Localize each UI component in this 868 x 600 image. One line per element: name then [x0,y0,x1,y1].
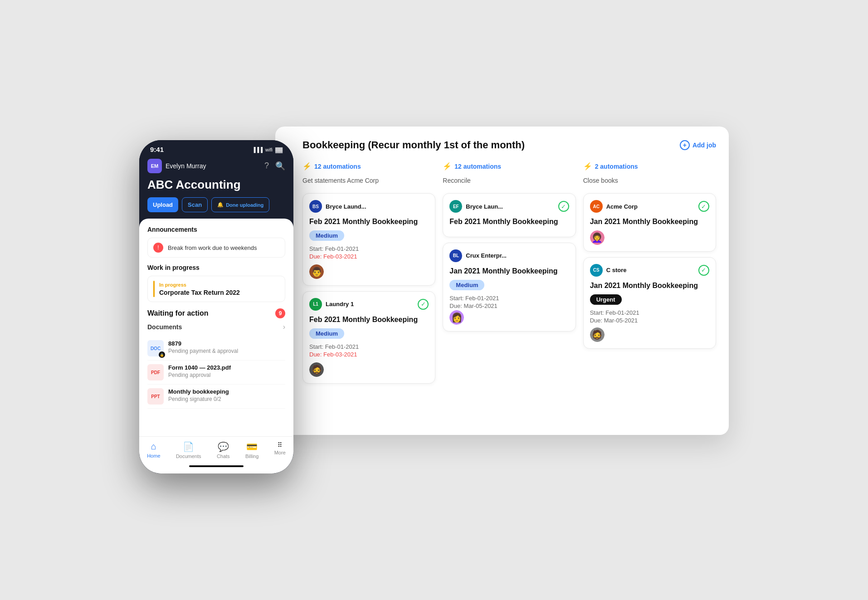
assignee-3-1: 👩‍🦱 [590,230,605,245]
assignee-avatar-1-1: 👨 [309,264,324,279]
client-name-2-2: Crux Enterpr... [466,252,507,259]
column-subtitle-1: Get statements Acme Corp [302,177,435,184]
phone-content: Announcements ! Break from work due to w… [139,219,293,436]
doc-item-bookkeeping[interactable]: PPT Monthly bookkeeping Pending signatur… [147,385,285,409]
nav-chats[interactable]: 💬 Chats [217,441,230,459]
doc-info: 8879 Pending payment & approval [168,340,238,354]
client-badge-3-2: CS C store [590,264,627,277]
search-icon[interactable]: 🔍 [275,161,285,171]
doc-name-2: Form 1040 — 2023.pdf [168,364,231,371]
documents-icon: 📄 [183,441,194,452]
waiting-header: Waiting for action 9 [147,308,285,318]
client-row-1-1: BS Bryce Laund... [309,200,429,213]
client-avatar-3-2: CS [590,264,603,277]
doc-icon-pdf: PDF [147,364,164,380]
documents-label: Documents [147,323,182,331]
add-job-icon: + [680,140,690,150]
doc-info-2: Form 1040 — 2023.pdf Pending approval [168,364,231,378]
column-2: ⚡ 12 automations Reconcile EF Bryce Laun… [443,162,575,384]
chevron-right-icon: › [283,323,285,331]
lock-icon: 🔒 [159,351,165,358]
client-name-3-1: Acme Corp [606,203,638,210]
wip-inner: In progress Corporate Tax Return 2022 [153,281,279,297]
nav-more[interactable]: ⠿ More [274,441,286,459]
nav-documents[interactable]: 📄 Documents [176,441,201,459]
header-icons: ? 🔍 [264,161,285,171]
avatar: EM [147,159,162,173]
job-card-2-1[interactable]: EF Bryce Laun... ✓ Feb 2021 Monthly Book… [443,193,575,237]
nav-billing[interactable]: 💳 Billing [245,441,258,459]
nav-home[interactable]: ⌂ Home [147,441,160,459]
due-date-2-2: Due: Mar-05-2021 [449,302,569,309]
documents-row[interactable]: Documents › [147,323,285,331]
client-badge-3-1: AC Acme Corp [590,200,638,213]
automation-count-1: 12 automations [314,163,361,170]
priority-badge-1-2: Medium [309,328,344,339]
priority-badge-1-1: Medium [309,230,344,241]
company-name: ABC Accounting [147,178,285,192]
due-date-1-2: Due: Feb-03-2021 [309,351,429,358]
upload-button[interactable]: Upload [147,197,178,212]
job-card-1-2[interactable]: L1 Laundry 1 ✓ Feb 2021 Monthly Bookkeep… [302,291,435,384]
nav-chats-label: Chats [217,454,230,459]
doc-name: 8879 [168,340,238,347]
bolt-icon-1: ⚡ [302,162,312,171]
automation-count-3: 2 automations [595,163,638,170]
wip-info: In progress Corporate Tax Return 2022 [159,282,240,296]
job-card-3-1[interactable]: AC Acme Corp ✓ Jan 2021 Monthly Bookkeep… [583,193,716,252]
doc-item-form1040[interactable]: PDF Form 1040 — 2023.pdf Pending approva… [147,361,285,385]
status-bar: 9:41 ▐▐▐ wifi ▓▓ [139,140,293,155]
done-uploading-button[interactable]: 🔔 Done uploading [211,197,269,212]
start-date-3-2: Start: Feb-01-2021 [590,309,709,316]
nav-documents-label: Documents [176,454,201,459]
nav-home-label: Home [147,453,160,459]
announcement-icon: ! [153,243,163,253]
phone-screen: EM Evelyn Murray ? 🔍 ABC Accounting Uplo… [139,155,293,473]
assignee-avatar-2-2: 👩 [449,310,464,325]
automation-header-2: ⚡ 12 automations [443,162,575,171]
more-icon: ⠿ [278,441,283,449]
help-icon[interactable]: ? [264,161,269,171]
bell-icon: 🔔 [217,202,224,208]
scan-button[interactable]: Scan [182,197,208,212]
job-card-2-2[interactable]: BL Crux Enterpr... Jan 2021 Monthly Book… [443,243,575,332]
nav-billing-label: Billing [245,454,258,459]
check-icon-3-1: ✓ [698,201,709,212]
client-avatar-1-1: BS [309,200,322,213]
wip-card[interactable]: In progress Corporate Tax Return 2022 [147,276,285,302]
check-icon-1-2: ✓ [418,299,429,310]
column-subtitle-3: Close books [583,177,716,184]
job-card-1-1[interactable]: BS Bryce Laund... Feb 2021 Monthly Bookk… [302,193,435,286]
due-date-1-1: Due: Feb-03-2021 [309,253,429,260]
doc-status-2: Pending approval [168,372,231,378]
billing-icon: 💳 [246,441,258,452]
client-row-2-1: EF Bryce Laun... ✓ [449,200,569,213]
add-job-button[interactable]: + Add job [680,140,716,150]
bolt-icon-2: ⚡ [443,162,452,171]
job-title-2-2: Jan 2021 Monthly Bookkeeping [449,267,569,276]
job-card-3-2[interactable]: CS C store ✓ Jan 2021 Monthly Bookkeepin… [583,257,716,349]
announcements-title: Announcements [147,226,285,233]
column-subtitle-2: Reconcile [443,177,575,184]
check-icon-2-1: ✓ [558,201,569,212]
assignee-1-1: 👨 [309,264,324,279]
doc-item-8879[interactable]: DOC 🔒 8879 Pending payment & approval [147,337,285,361]
wip-status: In progress [159,282,240,288]
phone-status-icons: ▐▐▐ wifi ▓▓ [252,147,283,152]
wip-title: Work in progress [147,264,285,271]
client-row-1-2: L1 Laundry 1 ✓ [309,298,429,311]
waiting-count-badge: 9 [275,308,285,318]
client-row-3-2: CS C store ✓ [590,264,709,277]
column-1: ⚡ 12 automations Get statements Acme Cor… [302,162,435,384]
client-name-1-2: Laundry 1 [326,301,354,307]
client-avatar-1-2: L1 [309,298,322,311]
job-title-3-2: Jan 2021 Monthly Bookkeeping [590,281,709,291]
doc-name-3: Monthly bookkeeping [168,388,229,395]
start-date-2-2: Start: Feb-01-2021 [449,295,569,302]
client-badge-1-1: BS Bryce Laund... [309,200,366,213]
assignee-avatar-3-1: 👩‍🦱 [590,230,605,245]
phone-bottom-bar [139,462,293,473]
desktop-panel: Bookkeeping (Recur monthly 1st of the mo… [275,127,729,435]
client-badge-2-1: EF Bryce Laun... [449,200,503,213]
chats-icon: 💬 [218,441,229,452]
